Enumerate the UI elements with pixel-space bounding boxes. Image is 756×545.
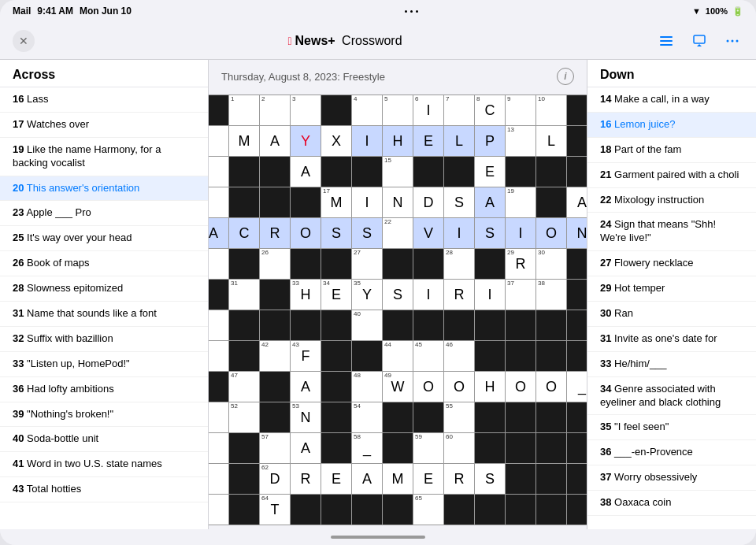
cell-4-9[interactable]: S (475, 218, 505, 248)
cell-8-5[interactable] (352, 341, 382, 371)
cell-2-5[interactable] (352, 157, 382, 187)
cell-9-9[interactable]: H (475, 372, 505, 402)
cell-9-0[interactable] (209, 372, 228, 402)
cell-12-8[interactable]: R (444, 464, 474, 494)
info-button[interactable]: i (557, 68, 574, 85)
cell-10-1[interactable]: 52 (229, 402, 259, 432)
cell-11-7[interactable]: 59 (413, 433, 443, 463)
cell-9-8[interactable]: O (444, 372, 474, 402)
cell-12-10[interactable] (506, 464, 536, 494)
cell-10-5[interactable]: 54 (352, 402, 382, 432)
across-clue-28[interactable]: 28 Slowness epitomized (0, 276, 208, 302)
cell-7-8[interactable] (444, 310, 474, 340)
cell-5-0[interactable]: 25 (209, 249, 228, 279)
down-clue-30[interactable]: 30 Ran (587, 302, 756, 327)
cell-11-10[interactable] (506, 433, 536, 463)
crossword-grid[interactable]: 123456I78C91011MAYXIHELP13L14A15E1617MIN… (209, 95, 587, 525)
cell-8-1[interactable] (229, 341, 259, 371)
cell-1-11[interactable]: L (536, 126, 566, 156)
more-options-button[interactable] (721, 30, 743, 52)
cell-10-4[interactable] (321, 402, 351, 432)
cell-8-0[interactable]: 41 (209, 341, 228, 371)
cell-6-5[interactable]: 35Y (352, 280, 382, 310)
down-clue-22[interactable]: 22 Mixology instruction (587, 188, 756, 213)
cell-6-12[interactable] (567, 280, 587, 310)
cell-1-12[interactable] (567, 126, 587, 156)
cell-3-9[interactable]: A (475, 187, 505, 217)
cell-2-11[interactable] (536, 157, 566, 187)
cell-4-7[interactable]: V (413, 218, 443, 248)
cell-5-12[interactable] (567, 249, 587, 279)
across-clue-25[interactable]: 25 It's way over your head (0, 226, 208, 251)
cell-7-3[interactable] (291, 310, 321, 340)
cell-5-2[interactable]: 26 (260, 249, 290, 279)
cell-8-11[interactable] (536, 341, 566, 371)
cell-12-9[interactable]: S (475, 464, 505, 494)
cell-3-11[interactable] (536, 187, 566, 217)
cell-0-4[interactable] (321, 95, 351, 125)
cell-1-2[interactable]: A (260, 126, 290, 156)
cell-11-4[interactable] (321, 433, 351, 463)
cell-3-7[interactable]: D (413, 187, 443, 217)
across-clue-41[interactable]: 41 Word in two U.S. state names (0, 452, 208, 477)
cell-4-1[interactable]: C (229, 218, 259, 248)
cell-11-1[interactable] (229, 433, 259, 463)
cell-4-4[interactable]: S (321, 218, 351, 248)
cell-1-1[interactable]: M (229, 126, 259, 156)
cell-10-12[interactable] (567, 402, 587, 432)
grid-container[interactable]: 123456I78C91011MAYXIHELP13L14A15E1617MIN… (209, 90, 587, 529)
cell-5-10[interactable]: 29R (506, 249, 536, 279)
cell-7-6[interactable] (383, 310, 413, 340)
cell-2-1[interactable] (229, 157, 259, 187)
cell-9-12[interactable]: _ (567, 372, 587, 402)
cell-13-5[interactable] (352, 495, 382, 525)
cell-13-9[interactable] (475, 495, 505, 525)
cell-3-0[interactable]: 16 (209, 187, 228, 217)
cell-8-6[interactable]: 44 (383, 341, 413, 371)
across-clue-32[interactable]: 32 Suffix with bazillion (0, 327, 208, 352)
cell-1-6[interactable]: H (383, 126, 413, 156)
down-clue-27[interactable]: 27 Flowery necklace (587, 251, 756, 276)
down-clues-list[interactable]: 14 Make a call, in a way16 Lemon juice?1… (587, 87, 756, 529)
cell-3-10[interactable]: 19 (506, 187, 536, 217)
cell-11-11[interactable] (536, 433, 566, 463)
cell-4-10[interactable]: I (506, 218, 536, 248)
cell-13-12[interactable] (567, 495, 587, 525)
cell-12-12[interactable] (567, 464, 587, 494)
cell-9-11[interactable]: O (536, 372, 566, 402)
down-clue-36[interactable]: 36 ___-en-Provence (587, 440, 756, 465)
cell-4-5[interactable]: S (352, 218, 382, 248)
cell-1-9[interactable]: P (475, 126, 505, 156)
cell-1-3[interactable]: Y (291, 126, 321, 156)
down-clue-35[interactable]: 35 "I feel seen" (587, 415, 756, 440)
cell-13-3[interactable] (291, 495, 321, 525)
cell-10-10[interactable] (506, 402, 536, 432)
down-clue-14[interactable]: 14 Make a call, in a way (587, 87, 756, 113)
cell-11-5[interactable]: 58_ (352, 433, 382, 463)
cell-0-12[interactable] (567, 95, 587, 125)
down-clue-34[interactable]: 34 Genre associated with eyeliner and bl… (587, 377, 756, 416)
cell-7-5[interactable]: 40 (352, 310, 382, 340)
down-clue-24[interactable]: 24 Sign that means "Shh! We're live!" (587, 213, 756, 251)
cell-13-0[interactable]: 63 (209, 495, 228, 525)
cell-7-12[interactable] (567, 310, 587, 340)
close-button[interactable]: ✕ (13, 30, 35, 52)
cell-8-7[interactable]: 45 (413, 341, 443, 371)
cell-2-4[interactable] (321, 157, 351, 187)
cell-13-11[interactable] (536, 495, 566, 525)
cell-4-6[interactable]: 22 (383, 218, 413, 248)
cell-0-8[interactable]: 7 (444, 95, 474, 125)
cell-12-7[interactable]: E (413, 464, 443, 494)
cell-11-6[interactable] (383, 433, 413, 463)
cell-12-3[interactable]: R (291, 464, 321, 494)
cell-5-8[interactable]: 28 (444, 249, 474, 279)
cell-10-11[interactable] (536, 402, 566, 432)
cell-6-9[interactable]: I (475, 280, 505, 310)
across-clue-16[interactable]: 16 Lass (0, 87, 208, 113)
cell-6-6[interactable]: S (383, 280, 413, 310)
cell-3-8[interactable]: S (444, 187, 474, 217)
cell-11-9[interactable] (475, 433, 505, 463)
cell-7-7[interactable] (413, 310, 443, 340)
cell-9-5[interactable]: 48 (352, 372, 382, 402)
cell-8-3[interactable]: 43F (291, 341, 321, 371)
